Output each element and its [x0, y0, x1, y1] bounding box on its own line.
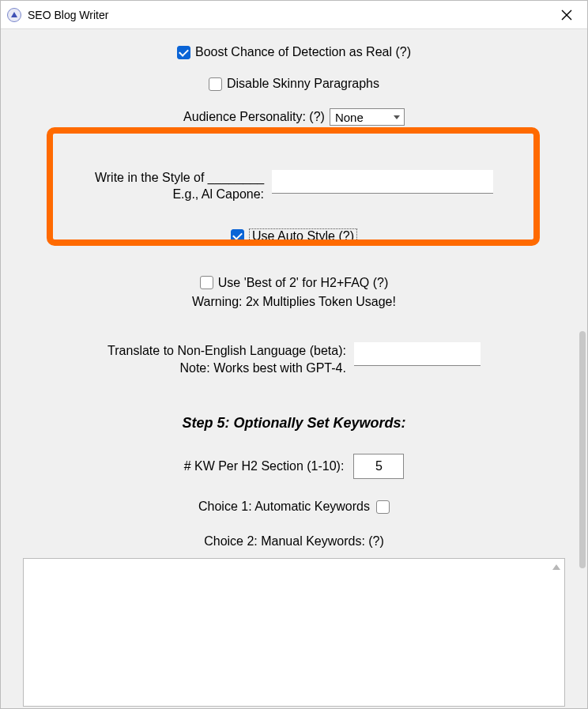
- disable-skinny-label: Disable Skinny Paragraphs: [227, 77, 379, 91]
- kw-per-h2-input[interactable]: [353, 454, 404, 479]
- best-of-2-warning: Warning: 2x Multiplies Token Usage!: [192, 295, 396, 309]
- content-area: Boost Chance of Detection as Real (?) Di…: [1, 29, 587, 708]
- audience-label: Audience Personality: (?): [183, 110, 325, 124]
- auto-style-label: Use Auto Style (?): [249, 228, 357, 244]
- boost-detection-label: Boost Chance of Detection as Real (?): [195, 45, 411, 59]
- titlebar: SEO Blog Writer: [1, 1, 587, 29]
- disable-skinny-row: Disable Skinny Paragraphs: [209, 77, 379, 91]
- close-icon: [561, 9, 572, 21]
- scroll-area: Boost Chance of Detection as Real (?) Di…: [2, 31, 586, 707]
- audience-select[interactable]: None: [330, 108, 405, 126]
- auto-style-row: Use Auto Style (?): [231, 228, 357, 244]
- choice2-row: Choice 2: Manual Keywords: (?): [204, 534, 384, 549]
- choice2-label: Choice 2: Manual Keywords: (?): [204, 534, 384, 548]
- kw-per-h2-row: # KW Per H2 Section (1-10):: [184, 454, 405, 479]
- auto-style-checkbox[interactable]: [231, 229, 244, 243]
- style-label-block: Write in the Style of ________ E.g., Al …: [95, 170, 264, 203]
- translate-row: Translate to Non-English Language (beta)…: [107, 342, 481, 378]
- style-label-line1: Write in the Style of ________: [95, 170, 264, 187]
- app-icon: [7, 8, 21, 22]
- audience-row: Audience Personality: (?) None: [183, 108, 405, 126]
- manual-keywords-wrap: [23, 558, 565, 707]
- audience-selected-value: None: [335, 111, 364, 124]
- translate-label-line1: Translate to Non-English Language (beta)…: [107, 342, 346, 360]
- style-row: Write in the Style of ________ E.g., Al …: [95, 170, 493, 203]
- style-section: Write in the Style of ________ E.g., Al …: [2, 170, 586, 244]
- best-of-2-checkbox[interactable]: [200, 276, 213, 289]
- choice1-checkbox[interactable]: [376, 500, 390, 514]
- choice1-row: Choice 1: Automatic Keywords: [198, 500, 390, 514]
- best-of-2-row: Use 'Best of 2' for H2+FAQ (?): [200, 276, 389, 290]
- boost-detection-checkbox[interactable]: [177, 46, 190, 59]
- translate-label-line2: Note: Works best with GPT-4.: [107, 360, 346, 377]
- manual-keywords-textarea[interactable]: [24, 559, 548, 706]
- translate-label-block: Translate to Non-English Language (beta)…: [107, 342, 346, 378]
- disable-skinny-checkbox[interactable]: [209, 77, 222, 91]
- style-label-line2: E.g., Al Capone:: [95, 187, 264, 203]
- main-scrollbar[interactable]: [579, 331, 586, 568]
- app-window: SEO Blog Writer Boost Chance of Detectio…: [0, 0, 588, 709]
- titlebar-left: SEO Blog Writer: [7, 8, 108, 22]
- best-of-2-label: Use 'Best of 2' for H2+FAQ (?): [218, 276, 389, 290]
- kw-per-h2-label: # KW Per H2 Section (1-10):: [184, 459, 345, 473]
- style-input[interactable]: [272, 170, 493, 194]
- translate-input[interactable]: [354, 342, 481, 366]
- step5-heading: Step 5: Optionally Set Keywords:: [182, 415, 405, 432]
- window-title: SEO Blog Writer: [28, 9, 108, 21]
- textarea-scroll-up-icon[interactable]: [550, 560, 563, 573]
- close-button[interactable]: [554, 4, 579, 26]
- boost-detection-row: Boost Chance of Detection as Real (?): [177, 45, 411, 59]
- choice1-label: Choice 1: Automatic Keywords: [198, 500, 370, 514]
